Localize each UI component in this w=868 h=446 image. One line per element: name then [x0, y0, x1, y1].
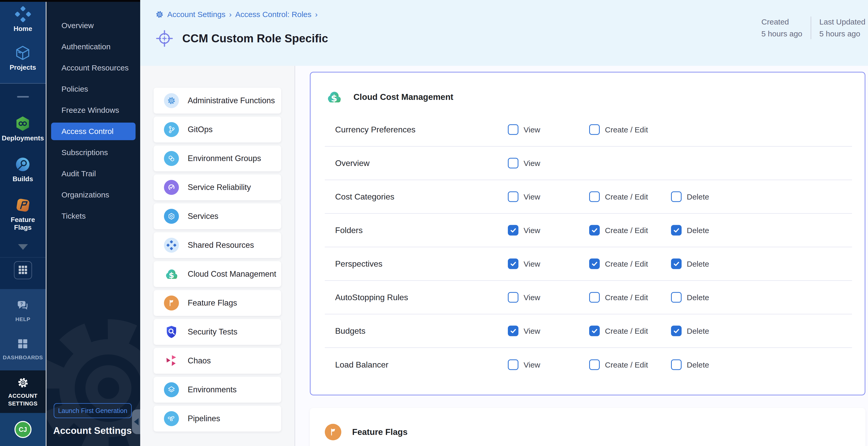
sidebar-item-subscriptions[interactable]: Subscriptions — [46, 142, 140, 163]
checkbox-folders-view[interactable] — [508, 225, 519, 236]
rail-item-label: Deployments — [2, 134, 44, 142]
sidebar-item-freeze-windows[interactable]: Freeze Windows — [46, 100, 140, 121]
permission-folders-delete: Delete — [671, 225, 709, 236]
last-updated-label: Last Updated — [819, 16, 865, 28]
module-grid-button[interactable] — [14, 261, 32, 279]
avatar[interactable]: CJ — [14, 421, 31, 438]
resource-card-label: Shared Resources — [188, 241, 254, 250]
permission-overview-view: View — [508, 158, 540, 168]
panel-header: Feature Flags — [325, 424, 408, 440]
page-header: Account Settings›Access Control: Roles› … — [140, 0, 868, 66]
resource-card-label: Chaos — [188, 356, 211, 365]
checkbox-load-balancer-delete[interactable] — [671, 359, 682, 370]
resource-card-shared-resources[interactable]: Shared Resources — [154, 232, 281, 258]
breadcrumb-link-access-control-roles[interactable]: Access Control: Roles — [235, 10, 311, 19]
rail-item-help[interactable]: ?HELP — [15, 298, 30, 323]
checkbox-load-balancer-view[interactable] — [508, 359, 519, 370]
sidebar-item-account-resources[interactable]: Account Resources — [46, 57, 140, 78]
permission-label: Create / Edit — [605, 360, 648, 369]
sidebar-item-policies[interactable]: Policies — [46, 78, 140, 100]
sidebar-item-authentication[interactable]: Authentication — [46, 36, 140, 57]
permission-autostopping-rules-view: View — [508, 292, 540, 303]
launch-first-generation-button[interactable]: Launch First Generation — [54, 403, 132, 418]
checkbox-cost-categories-delete[interactable] — [671, 192, 682, 202]
flag-tile-icon — [15, 197, 31, 213]
resource-card-security-tests[interactable]: Security Tests — [154, 319, 281, 345]
permission-autostopping-rules-create-edit: Create / Edit — [589, 292, 648, 303]
resource-card-gitops[interactable]: GitOps — [154, 117, 281, 142]
resource-card-environments[interactable]: Environments — [154, 377, 281, 403]
resource-card-label: Cloud Cost Management — [188, 269, 276, 279]
permission-row-autostopping-rules: AutoStopping RulesViewCreate / EditDelet… — [325, 281, 852, 314]
checkbox-currency-preferences-view[interactable] — [508, 124, 519, 135]
permission-label: View — [524, 360, 540, 369]
permission-budgets-view: View — [508, 326, 540, 336]
sidebar-item-audit-trail[interactable]: Audit Trail — [46, 163, 140, 184]
checkbox-folders-delete[interactable] — [671, 225, 682, 236]
rail-item-dashboards[interactable]: DASHBOARDS — [3, 337, 43, 361]
cloud-dollar-icon: $ — [164, 266, 179, 282]
resource-card-cloud-cost-management[interactable]: $Cloud Cost Management — [154, 261, 281, 287]
resource-card-feature-flags[interactable]: Feature Flags — [154, 290, 281, 316]
circle-search-icon — [15, 156, 31, 172]
resource-card-service-reliability[interactable]: Service Reliability — [154, 174, 281, 200]
checkbox-currency-preferences-create-edit[interactable] — [589, 124, 600, 135]
permission-row-label: Perspectives — [335, 259, 382, 269]
resource-card-environment-groups[interactable]: Environment Groups — [154, 146, 281, 171]
permission-label: Create / Edit — [605, 259, 648, 268]
sidebar-item-tickets[interactable]: Tickets — [46, 205, 140, 227]
rail-item-projects[interactable]: Projects — [9, 45, 36, 71]
sidebar-item-organizations[interactable]: Organizations — [46, 184, 140, 205]
permission-budgets-create-edit: Create / Edit — [589, 326, 648, 336]
checkbox-autostopping-rules-create-edit[interactable] — [589, 292, 600, 303]
resource-card-chaos[interactable]: Chaos — [154, 348, 281, 374]
meta-divider — [811, 17, 811, 39]
resource-card-pipelines[interactable]: Pipelines — [154, 406, 281, 432]
panel-title: Feature Flags — [352, 427, 408, 437]
breadcrumb-link-account-settings[interactable]: Account Settings — [167, 10, 225, 19]
checkbox-folders-create-edit[interactable] — [589, 225, 600, 236]
chain-icon — [164, 411, 179, 426]
permission-row-label: AutoStopping Rules — [335, 293, 408, 302]
rail-item-builds[interactable]: Builds — [13, 156, 33, 183]
checkbox-perspectives-view[interactable] — [508, 259, 519, 269]
chat-help-icon: ? — [16, 298, 30, 313]
page-title: CCM Custom Role Specific — [182, 32, 328, 45]
checkbox-autostopping-rules-delete[interactable] — [671, 292, 682, 303]
shield-search-icon — [164, 324, 179, 340]
checkbox-load-balancer-create-edit[interactable] — [589, 359, 600, 370]
four-diamonds-icon — [164, 238, 179, 253]
permission-row-perspectives: PerspectivesViewCreate / EditDelete — [325, 247, 852, 281]
checkbox-budgets-delete[interactable] — [671, 326, 682, 336]
resource-card-label: Feature Flags — [188, 298, 237, 308]
checkbox-overview-view[interactable] — [508, 158, 519, 168]
chevron-down-icon[interactable] — [18, 244, 28, 250]
checkbox-budgets-create-edit[interactable] — [589, 326, 600, 336]
rail-item-home[interactable]: Home — [13, 6, 32, 33]
permission-row-label: Overview — [335, 158, 369, 168]
rail-item-deployments[interactable]: Deployments — [2, 116, 44, 142]
permission-label: View — [524, 326, 540, 335]
svg-text:$: $ — [168, 270, 174, 280]
sidebar-item-access-control[interactable]: Access Control — [51, 123, 135, 140]
grid-3x3-icon — [17, 264, 29, 277]
permission-label: View — [524, 125, 540, 134]
checkbox-perspectives-delete[interactable] — [671, 259, 682, 269]
cube-icon — [15, 45, 31, 61]
rail-item-account-settings[interactable]: ACCOUNT SETTINGS — [2, 376, 44, 408]
sidebar-item-overview[interactable]: Overview — [46, 15, 140, 36]
resource-card-services[interactable]: Services — [154, 203, 281, 229]
checkbox-budgets-view[interactable] — [508, 326, 519, 336]
resource-card-label: Service Reliability — [188, 183, 251, 192]
checkbox-cost-categories-create-edit[interactable] — [589, 192, 600, 202]
git-branch-icon — [164, 122, 179, 137]
rail-item-feature-flags[interactable]: Feature Flags — [2, 197, 44, 231]
title-row: CCM Custom Role Specific — [155, 29, 328, 48]
checkbox-autostopping-rules-view[interactable] — [508, 292, 519, 303]
permission-perspectives-create-edit: Create / Edit — [589, 259, 648, 269]
checkbox-cost-categories-view[interactable] — [508, 192, 519, 202]
rail-section-modules: DeploymentsBuildsFeature Flags — [0, 84, 46, 289]
collapse-sidebar-button[interactable] — [132, 409, 140, 434]
resource-card-administrative-functions[interactable]: Administrative Functions — [154, 88, 281, 114]
checkbox-perspectives-create-edit[interactable] — [589, 259, 600, 269]
